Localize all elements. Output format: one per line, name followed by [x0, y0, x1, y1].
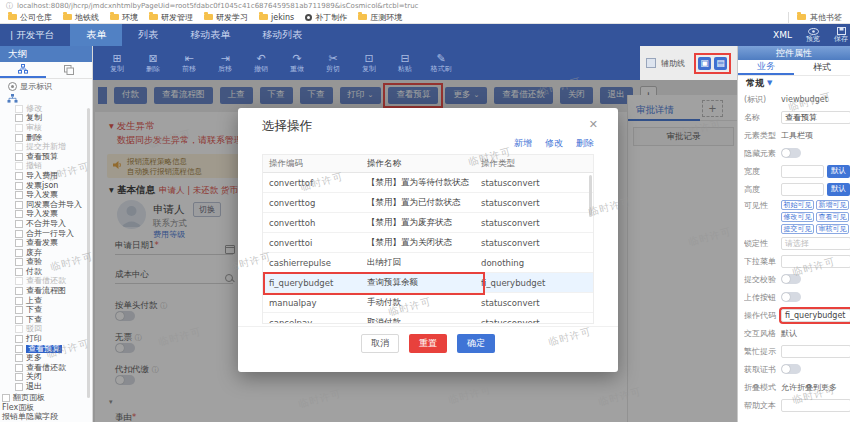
outline-item[interactable]: 查看流程图 — [15, 286, 92, 296]
field-input[interactable]: 请选择 — [781, 237, 850, 250]
field-input[interactable] — [781, 165, 824, 178]
save-button[interactable]: 保存 — [834, 27, 848, 43]
outline-item[interactable]: 撤销 — [15, 162, 92, 172]
outline-item[interactable]: 下查 — [15, 315, 92, 325]
dialog-link[interactable]: 修改 — [545, 137, 563, 150]
outline-item[interactable]: 删除 — [15, 133, 92, 143]
dialog-link[interactable]: 新增 — [514, 137, 532, 150]
bookmark-item[interactable]: 环境 — [110, 12, 138, 23]
outline-item[interactable]: 提交并新增 — [15, 142, 92, 152]
outline-item[interactable]: 废弃 — [15, 248, 92, 258]
bookmark-item[interactable]: 研发管理 — [149, 12, 193, 23]
toolbar-tool-button[interactable]: ✎ 格式刷 — [423, 53, 459, 73]
table-row[interactable]: fi_querybudget 查询预算余额 fi_querybudget — [263, 273, 593, 293]
default-button[interactable]: 默认 — [827, 183, 850, 196]
bookmark-item[interactable]: 公司仓库 — [8, 12, 52, 23]
toolbar-tool-button[interactable]: ⊠ 删除 — [135, 53, 171, 73]
nav-tab[interactable]: 移动列表 — [246, 24, 318, 46]
general-section-header[interactable]: 常规 ▼ — [738, 76, 850, 90]
toolbar-tool-button[interactable]: ✂ 剪切 — [315, 53, 351, 73]
bookmark-item[interactable]: 地铁线 — [63, 12, 99, 23]
outline-item[interactable]: 查看借还款 — [15, 277, 92, 287]
dialog-button[interactable]: 取消 — [361, 334, 399, 353]
visibility-option-button[interactable]: 提交可见 — [781, 224, 814, 234]
browser-url-bar[interactable]: ⓘ localhost:8080/jhcrp/jmdcxnhtmlbyPageU… — [0, 0, 850, 11]
toolbar-tool-button[interactable]: ⇤ 前移 — [171, 53, 207, 73]
nav-tab[interactable]: 列表 — [122, 24, 174, 46]
bookmark-item[interactable]: 研发学习 — [204, 12, 248, 23]
other-bookmarks[interactable]: 其他书签 — [788, 12, 842, 23]
field-input[interactable]: 查看预算 — [781, 111, 850, 124]
outline-item[interactable]: 查看发票 — [15, 238, 92, 248]
outline-item[interactable]: 付款 — [15, 267, 92, 277]
field-input[interactable] — [781, 345, 850, 358]
dialog-link[interactable]: 删除 — [576, 137, 594, 150]
bookmark-item[interactable]: 压测环境 — [358, 12, 402, 23]
outline-item[interactable]: 退出 — [15, 382, 92, 392]
platform-label[interactable]: | 开发平台 — [10, 29, 54, 42]
close-icon[interactable]: ✕ — [589, 118, 598, 131]
field-input[interactable]: fi_querybudget — [781, 309, 850, 322]
show-identifier-row[interactable]: 显示标识 — [0, 79, 92, 93]
panel-tab[interactable]: 业务 — [738, 60, 794, 75]
outline-item[interactable]: 查看预算 — [15, 344, 92, 354]
table-row[interactable]: cashierrepulse 出纳打回 donothing — [263, 253, 593, 273]
outline-item[interactable]: 打印 — [15, 334, 92, 344]
outline-panel-item[interactable]: 报销单隐藏字段 — [0, 412, 93, 422]
outline-item[interactable]: 同发票合并导入 — [15, 200, 92, 210]
nav-tab[interactable]: 移动表单 — [174, 24, 246, 46]
field-toggle[interactable] — [781, 148, 801, 158]
field-toggle[interactable] — [781, 292, 801, 302]
toolbar-tool-button[interactable]: ⊞ 复制 — [99, 53, 135, 73]
guide-lines-checkbox[interactable] — [646, 58, 656, 68]
visibility-option-button[interactable]: 查看可见 — [816, 212, 849, 222]
outline-item[interactable]: 下查 — [15, 305, 92, 315]
visibility-option-button[interactable]: 审核可见 — [816, 224, 849, 234]
outline-item[interactable]: 复制 — [15, 114, 92, 124]
dialog-button[interactable]: 确定 — [457, 334, 495, 353]
outline-item[interactable]: 审核 — [15, 123, 92, 133]
table-row[interactable]: converttoi 【禁用】置为关闭状态 statusconvert — [263, 233, 593, 253]
outline-item[interactable]: 关闭 — [15, 373, 92, 383]
tree-view-tab[interactable] — [0, 62, 46, 78]
table-row[interactable]: converttof 【禁用】置为等待付款状态 statusconvert — [263, 173, 593, 193]
visibility-option-button[interactable]: 新增可见 — [816, 200, 849, 210]
outline-item[interactable]: 更多 — [15, 353, 92, 363]
outline-item[interactable]: 查看借还款 — [15, 363, 92, 373]
field-toggle[interactable] — [781, 274, 801, 284]
outline-item[interactable]: 导入发票 — [15, 190, 92, 200]
nav-tab[interactable]: 表单 — [70, 24, 122, 46]
outline-item[interactable]: 不合并导入 — [15, 219, 92, 229]
table-row[interactable]: converttoh 【禁用】置为废弃状态 statusconvert — [263, 213, 593, 233]
outline-root-node[interactable] — [0, 93, 92, 104]
outline-item[interactable]: 修改 — [15, 104, 92, 114]
toolbar-tool-button[interactable]: ↶ 撤销 — [243, 53, 279, 73]
toolbar-tool-button[interactable]: ↷ 重做 — [279, 53, 315, 73]
grid-view-icon-button[interactable]: ▣ — [698, 57, 711, 70]
field-toggle[interactable] — [781, 364, 801, 374]
field-input[interactable] — [781, 183, 824, 196]
visibility-option-button[interactable]: 初始可见 — [781, 200, 814, 210]
preview-button[interactable]: 预览 — [806, 28, 820, 43]
field-input[interactable] — [781, 255, 850, 268]
toolbar-tool-button[interactable]: ⊡ 复制 — [351, 53, 387, 73]
outline-item[interactable]: 导入费用 — [15, 171, 92, 181]
dialog-button[interactable]: 重置 — [409, 334, 447, 353]
table-scrollbar[interactable] — [589, 175, 592, 217]
outline-item[interactable]: 合并一行导入 — [15, 229, 92, 239]
table-row[interactable]: cancelpay 取消付款 statusconvert — [263, 313, 593, 324]
field-input[interactable] — [781, 399, 850, 412]
outline-item[interactable]: 查验 — [15, 258, 92, 268]
bookmark-item[interactable]: 补丁制作 — [305, 12, 347, 23]
toolbar-tool-button[interactable]: ⊟ 粘贴 — [387, 53, 423, 73]
outline-item[interactable]: 驳回 — [15, 325, 92, 335]
table-row[interactable]: manualpay 手动付款 statusconvert — [263, 293, 593, 313]
default-button[interactable]: 默认 — [827, 165, 850, 178]
outline-item[interactable]: 查看预算 — [15, 152, 92, 162]
panel-tab[interactable]: 样式 — [794, 60, 850, 75]
xml-button[interactable]: XML — [773, 30, 792, 40]
outline-item[interactable]: 发票json — [15, 181, 92, 191]
table-row[interactable]: converttog 【禁用】置为已付款状态 statusconvert — [263, 193, 593, 213]
sidebar-scrollbar[interactable] — [87, 108, 90, 398]
outline-item[interactable]: 导入发票 — [15, 210, 92, 220]
